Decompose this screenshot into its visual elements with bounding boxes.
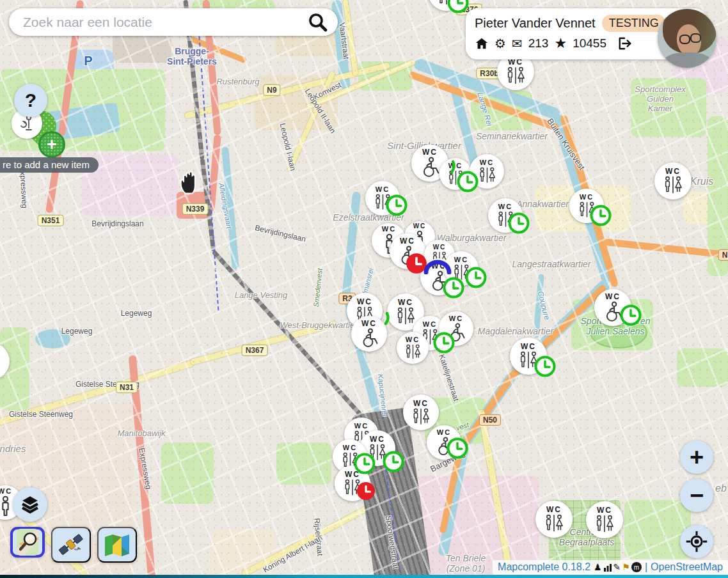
wc-marker-label: WC xyxy=(357,298,372,306)
logout-icon[interactable] xyxy=(617,36,633,51)
map-label: Rustenburg xyxy=(216,77,259,87)
wc-marker-pair[interactable]: WC xyxy=(654,162,692,199)
open-clock-badge xyxy=(433,332,455,356)
plus-icon: + xyxy=(38,131,65,158)
geolocate-button[interactable] xyxy=(680,525,713,558)
map-label: Afleidingsvaart xyxy=(218,182,233,229)
open-clock-badge xyxy=(383,451,404,475)
open-clock-badge xyxy=(457,171,479,195)
open-clock-badge xyxy=(508,212,530,237)
pencil-icon[interactable]: ✎ xyxy=(613,563,621,572)
wc-marker-label: WC xyxy=(406,336,420,343)
username[interactable]: Pieter Vander Vennet xyxy=(475,16,596,31)
blue-arc-overlay xyxy=(423,256,452,277)
map-label: Brugge- Sint-Pieters xyxy=(167,46,217,66)
home-icon[interactable] xyxy=(475,36,489,51)
attribution-text[interactable]: Mapcomplete 0.18.2 xyxy=(498,561,590,573)
star-count: 10455 xyxy=(573,36,606,51)
map-label: Coupure xyxy=(535,290,551,321)
wc-marker-label: WC xyxy=(400,237,415,245)
folded-map-icon xyxy=(103,533,131,557)
geolocate-icon xyxy=(685,530,708,553)
wc-marker-label: WC xyxy=(480,159,494,166)
star-icon[interactable]: ★ xyxy=(554,36,567,51)
zoom-out-button[interactable]: − xyxy=(680,479,713,512)
testing-badge: TESTING xyxy=(602,15,666,32)
map-label: Lange Rei xyxy=(475,91,493,127)
avatar-tint xyxy=(658,9,716,68)
wc-marker-label: WC xyxy=(449,315,463,322)
wc-marker-label: WC xyxy=(546,506,562,513)
wc-marker-label: WC xyxy=(433,244,447,251)
gear-icon[interactable]: ⚙ xyxy=(495,37,506,50)
wc-marker-label: WC xyxy=(580,194,594,201)
wc-marker-label: WC xyxy=(423,321,437,328)
road-badge: N50 xyxy=(479,414,501,426)
wc-marker-label: WC xyxy=(413,400,429,407)
open-clock-badge xyxy=(443,277,464,301)
search-icon[interactable] xyxy=(307,12,329,33)
wc-marker-pair[interactable]: WC xyxy=(403,394,439,430)
attribution-bar: Mapcomplete 0.18.2 ♟ ✎ ⚑ m | OpenStreetM… xyxy=(493,560,728,575)
map-label: Ten Briele (Zone 01) xyxy=(446,553,486,574)
mapcomplete-app: Brugge- Sint-PietersRustenburgVaartstraa… xyxy=(0,0,728,578)
map-label: Buiten Kruisvest xyxy=(545,117,587,172)
user-stats-row: ⚙ ✉ 213 ★ 10455 xyxy=(475,36,633,51)
wc-marker-pair[interactable]: WC xyxy=(586,501,623,538)
bar-chart-icon[interactable] xyxy=(603,563,612,572)
wc-marker-label: WC xyxy=(413,223,427,230)
road-badge: N31 xyxy=(116,382,138,393)
wc-marker-label: WC xyxy=(605,293,621,301)
map-label: Sportcomplex Gulden Kamer xyxy=(626,85,694,114)
zoom-in-button[interactable]: + xyxy=(680,441,713,474)
map-label: vest xyxy=(455,421,470,432)
check-arc-badge xyxy=(368,307,390,331)
user-panel: Pieter Vander Vennet TESTING ⚙ ✉ 213 ★ 1… xyxy=(466,8,706,59)
mail-count: 213 xyxy=(528,36,549,51)
add-item-tooltip: re to add a new item xyxy=(0,157,99,173)
wc-marker-label: WC xyxy=(597,506,612,514)
mail-icon[interactable]: ✉ xyxy=(512,37,523,50)
map-label: Manitobawijk xyxy=(117,429,165,439)
statue-icon[interactable]: ♟ xyxy=(594,563,602,572)
wc-marker-label: WC xyxy=(370,435,385,443)
wc-marker-label: WC xyxy=(0,488,12,495)
open-clock-badge xyxy=(534,355,556,380)
flag-icon[interactable]: ⚑ xyxy=(622,563,630,572)
wc-marker-pair[interactable]: WC xyxy=(0,343,10,380)
wc-marker-label: WC xyxy=(665,168,681,175)
open-clock-badge xyxy=(620,304,642,329)
basemap-option-osm-carto[interactable] xyxy=(10,527,45,558)
mastodon-icon[interactable]: m xyxy=(631,562,642,572)
satellite-icon xyxy=(57,532,85,558)
help-button[interactable]: ? xyxy=(14,84,47,117)
map-label: Legeweg xyxy=(61,327,93,336)
map-label: Kapucijnenrei xyxy=(376,373,389,417)
map-label: Langestraatkwartier xyxy=(512,259,591,269)
open-clock-badge xyxy=(447,0,469,16)
user-row: Pieter Vander Vennet TESTING xyxy=(475,15,666,32)
road-badge: N351 xyxy=(38,215,64,226)
map-canvas[interactable]: Brugge- Sint-PietersRustenburgVaartstraa… xyxy=(0,0,728,578)
check-arc-badge xyxy=(434,155,456,180)
basemap-option-custom-map[interactable] xyxy=(97,527,137,563)
map-label: Spoorwegstraat xyxy=(383,515,399,569)
wc-marker-label: WC xyxy=(521,343,536,350)
basemap-option-aerial[interactable] xyxy=(51,527,91,563)
osm-link[interactable]: OpenStreetMap xyxy=(651,561,723,573)
layers-icon xyxy=(19,494,41,515)
road-badge: N367 xyxy=(242,345,268,356)
avatar[interactable] xyxy=(658,9,716,68)
open-clock-badge xyxy=(465,267,487,291)
bottom-strip xyxy=(0,575,728,578)
attribution-separator: | xyxy=(645,561,647,573)
layers-button[interactable] xyxy=(13,487,47,522)
map-label: Magdalenakwartier xyxy=(478,326,553,336)
road-badge: N339 xyxy=(182,203,209,215)
map-overlay-layer: Brugge- Sint-PietersRustenburgVaartstraa… xyxy=(0,0,728,578)
map-label: ndries xyxy=(0,443,26,454)
wc-marker-label: WC xyxy=(498,203,512,210)
wc-marker-pair[interactable]: WC xyxy=(535,501,573,538)
wc-marker-pair[interactable]: WC xyxy=(397,332,429,364)
search-input[interactable] xyxy=(22,14,307,31)
